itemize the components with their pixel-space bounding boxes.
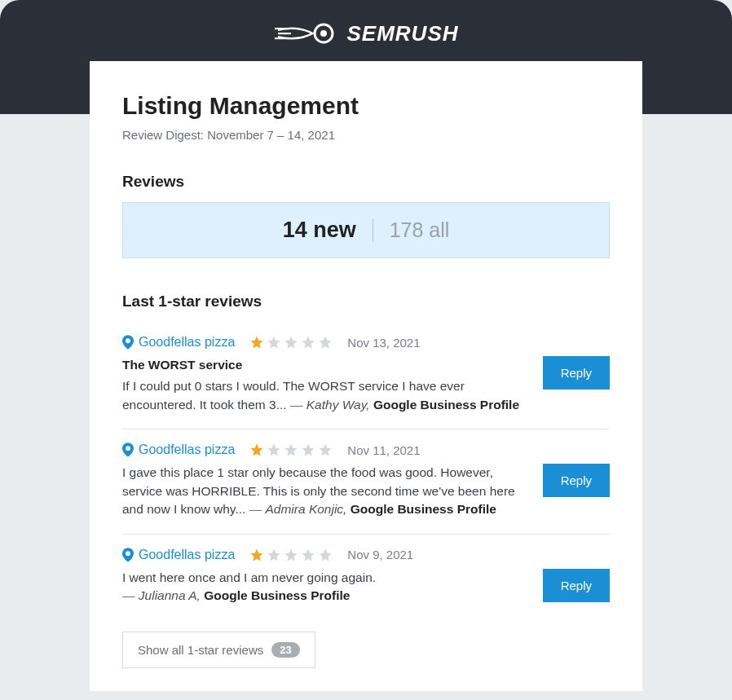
svg-rect-3 [278,33,291,34]
location-pin-icon [122,335,134,350]
flame-icon [273,22,338,45]
page-subtitle: Review Digest: November 7 – 14, 2021 [122,128,610,142]
star-rating [249,335,333,350]
svg-rect-2 [275,28,289,29]
star-icon [318,548,333,562]
svg-point-7 [126,551,130,556]
review-title: The WORST service [122,356,527,374]
star-icon [284,548,298,562]
reviews-heading: Reviews [122,173,610,191]
stat-divider [373,219,373,242]
review-text: I went here once and I am never going ag… [122,569,527,605]
reply-button[interactable]: Reply [543,569,610,602]
star-icon [318,442,333,457]
reviewer-name: Kathy Way, [306,398,370,412]
review-item: Goodfellas pizzaNov 11, 2021I gave this … [122,429,610,534]
review-header: Goodfellas pizzaNov 9, 2021 [122,548,610,562]
review-text: I gave this place 1 star only because th… [122,464,527,518]
review-source: Google Business Profile [373,398,519,412]
reply-button[interactable]: Reply [543,464,610,497]
reviews-stats: 14 new 178 all [122,202,610,258]
review-header: Goodfellas pizzaNov 13, 2021 [122,335,610,350]
svg-point-1 [320,30,327,37]
review-date: Nov 13, 2021 [347,336,420,350]
star-icon [267,442,281,457]
star-icon [249,442,264,457]
review-body-row: I gave this place 1 star only because th… [122,464,610,518]
star-icon [267,548,281,562]
attribution-dash: — [122,588,139,602]
review-source: Google Business Profile [204,588,350,602]
business-link[interactable]: Goodfellas pizza [122,442,235,457]
review-body: I went here once and I am never going ag… [122,570,376,584]
star-icon [284,335,298,350]
reviews-list: Goodfellas pizzaNov 13, 2021The WORST se… [122,322,610,620]
star-icon [284,442,298,457]
reply-button[interactable]: Reply [543,356,610,390]
svg-rect-4 [275,37,289,39]
stat-all-reviews: 178 all [390,218,450,242]
app-frame: SEMRUSH Listing Management Review Digest… [0,0,732,700]
attribution-dash: — [287,398,306,412]
stat-new-reviews: 14 new [283,218,356,243]
star-icon [318,335,333,350]
star-icon [301,442,315,457]
business-link[interactable]: Goodfellas pizza [122,335,235,350]
svg-point-5 [126,338,130,343]
review-header: Goodfellas pizzaNov 11, 2021 [122,442,610,457]
review-date: Nov 9, 2021 [347,548,413,561]
review-source: Google Business Profile [351,502,496,516]
svg-point-6 [126,447,130,451]
business-name: Goodfellas pizza [139,548,235,562]
star-icon [301,548,315,562]
brand-name: SEMRUSH [346,21,458,46]
location-pin-icon [122,442,134,457]
show-all-count-badge: 23 [271,642,299,658]
review-text: The WORST serviceIf I could put 0 stars … [122,356,527,414]
content-card: Listing Management Review Digest: Novemb… [90,61,642,691]
reviewer-name: Admira Konjic, [265,502,346,516]
review-item: Goodfellas pizzaNov 9, 2021I went here o… [122,535,610,620]
review-body-row: The WORST serviceIf I could put 0 stars … [122,356,610,414]
business-link[interactable]: Goodfellas pizza [122,548,235,562]
review-item: Goodfellas pizzaNov 13, 2021The WORST se… [122,322,610,429]
show-all-reviews-button[interactable]: Show all 1-star reviews 23 [122,632,315,668]
attribution-dash: — [245,502,265,516]
star-rating [249,548,333,562]
location-pin-icon [122,548,134,562]
star-rating [249,442,333,457]
review-body-row: I went here once and I am never going ag… [122,569,610,605]
page-title: Listing Management [122,92,610,120]
brand-logo: SEMRUSH [273,20,458,47]
reviewer-name: Julianna A, [139,588,201,602]
star-icon [301,335,315,350]
business-name: Goodfellas pizza [139,335,235,350]
star-icon [267,335,281,350]
show-all-label: Show all 1-star reviews [138,643,263,657]
business-name: Goodfellas pizza [139,442,235,457]
last-reviews-heading: Last 1-star reviews [122,293,610,310]
review-date: Nov 11, 2021 [347,443,420,457]
star-icon [249,548,264,562]
star-icon [249,335,264,350]
